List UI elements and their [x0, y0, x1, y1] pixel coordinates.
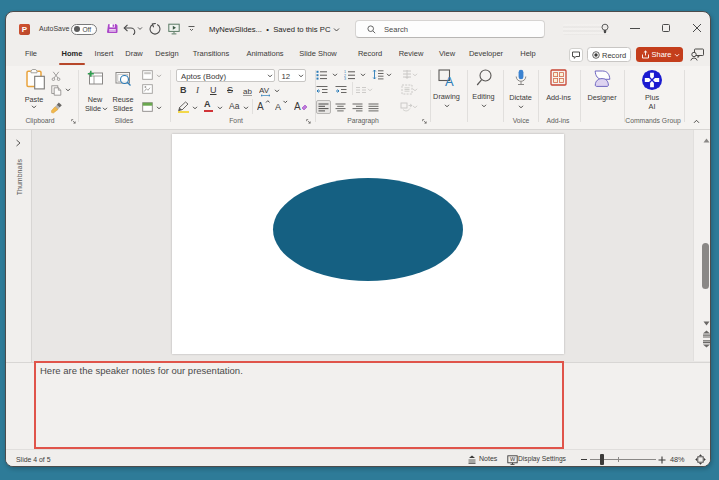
svg-text:W: W: [509, 456, 515, 462]
svg-text:A: A: [294, 101, 301, 112]
svg-text:P: P: [22, 25, 28, 34]
svg-text:A: A: [275, 102, 281, 112]
svg-text:3: 3: [344, 77, 346, 80]
svg-text:A: A: [257, 101, 264, 112]
svg-text:AV: AV: [259, 86, 270, 95]
svg-text:ab: ab: [243, 87, 252, 96]
svg-text:A: A: [445, 74, 454, 88]
